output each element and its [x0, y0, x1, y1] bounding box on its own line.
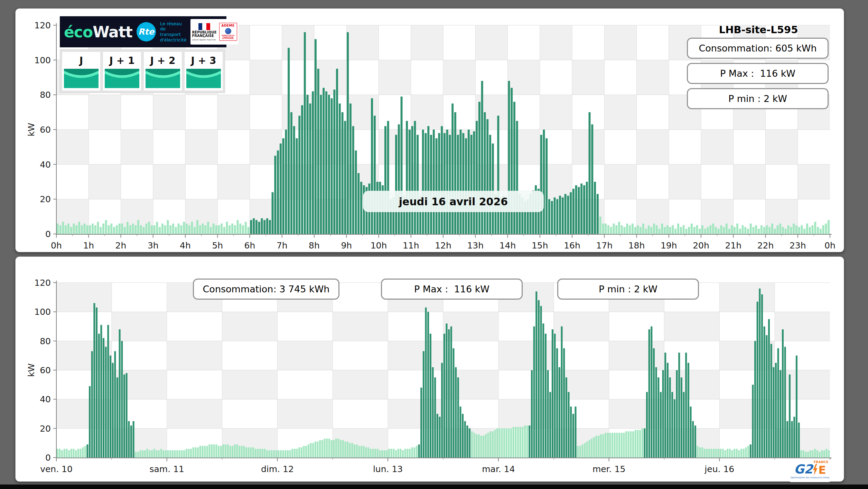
svg-text:12h: 12h: [435, 241, 451, 251]
republique-francaise-logo: RÉPUBLIQUE FRANÇAISE Liberté Égalité Fra…: [192, 23, 216, 41]
svg-text:16h: 16h: [564, 241, 580, 251]
svg-text:0: 0: [45, 229, 51, 239]
ecowatt-logo-eco: éco: [64, 23, 93, 41]
daily-pmin-badge: P min : 2 kW: [687, 88, 829, 109]
svg-text:11h: 11h: [403, 241, 419, 251]
svg-text:0: 0: [45, 453, 51, 463]
ecowatt-logo-block: écoWatt Rte Le réseau de transport d'éle…: [60, 16, 226, 47]
bottom-black-strip: [0, 485, 868, 489]
site-title: LHB-site-L595: [688, 24, 829, 36]
green-gauge-icon: [105, 68, 139, 88]
svg-text:15h: 15h: [532, 241, 548, 251]
ademe-logo: ADEME AGENCE DE LA TRANSITION ÉCOLOGIQUE: [219, 23, 237, 41]
daily-stats: Consommation: 605 kWh P Max : 116 kW P m…: [687, 38, 829, 109]
svg-text:60: 60: [40, 365, 51, 375]
svg-text:3h: 3h: [148, 241, 159, 251]
svg-text:17h: 17h: [596, 241, 613, 251]
svg-text:sam. 11: sam. 11: [149, 464, 184, 474]
svg-text:0h: 0h: [51, 241, 62, 251]
svg-text:40: 40: [40, 160, 51, 170]
svg-text:22h: 22h: [757, 241, 774, 251]
g2e-logo-g2: G2: [794, 463, 813, 476]
svg-text:23h: 23h: [790, 241, 806, 251]
ecowatt-dashboard: 0204060801001200h1h2h3h4h5h6h7h8h9h10h11…: [0, 0, 868, 489]
svg-text:80: 80: [40, 336, 51, 346]
svg-text:6h: 6h: [244, 241, 255, 251]
svg-text:mer. 15: mer. 15: [592, 464, 625, 474]
forecast-badge-j[interactable]: J: [62, 51, 101, 91]
daily-pmax-badge: P Max : 116 kW: [687, 63, 829, 84]
svg-text:13h: 13h: [467, 241, 484, 251]
svg-text:80: 80: [40, 90, 51, 100]
rte-logo-icon: Rte: [137, 22, 156, 41]
svg-text:120: 120: [34, 20, 51, 30]
g2e-tagline: Optimisation des ressources énergétiques: [791, 476, 829, 479]
ecowatt-logo-watt: Watt: [93, 23, 132, 41]
svg-text:20: 20: [40, 424, 51, 434]
svg-text:1h: 1h: [83, 241, 94, 251]
svg-text:20: 20: [40, 194, 51, 204]
svg-text:mar. 14: mar. 14: [482, 464, 515, 474]
rte-tagline: Le réseau de transport d'électricité: [160, 21, 187, 43]
french-flag-icon: [198, 23, 210, 30]
svg-text:kW: kW: [26, 363, 36, 377]
lightning-bolt-icon: [813, 464, 818, 476]
ademe-globe-icon: [225, 28, 231, 34]
svg-text:4h: 4h: [180, 241, 191, 251]
svg-text:120: 120: [34, 278, 51, 288]
ecowatt-logo: écoWatt: [64, 23, 132, 41]
svg-text:2h: 2h: [115, 241, 127, 251]
svg-text:21h: 21h: [725, 241, 741, 251]
daily-chart-panel: 0204060801001200h1h2h3h4h5h6h7h8h9h10h11…: [15, 8, 844, 252]
forecast-badge-j1[interactable]: J + 1: [103, 51, 141, 91]
svg-text:19h: 19h: [661, 241, 677, 251]
svg-text:14h: 14h: [500, 241, 516, 251]
svg-text:8h: 8h: [309, 241, 320, 251]
weekly-consumption-badge: Consommation: 3 745 kWh: [193, 279, 339, 300]
svg-text:60: 60: [40, 125, 51, 135]
weekly-pmin-badge: P min : 2 kW: [557, 279, 699, 300]
g2e-france-logo: FRANCE G2 E Optimisation des ressources …: [788, 459, 831, 482]
svg-text:20h: 20h: [693, 241, 709, 251]
svg-text:5h: 5h: [212, 241, 223, 251]
svg-text:jeu. 16: jeu. 16: [704, 464, 734, 474]
svg-text:ven. 10: ven. 10: [40, 464, 73, 474]
g2e-logo-e: E: [818, 464, 826, 476]
svg-text:18h: 18h: [628, 241, 645, 251]
svg-text:dim. 12: dim. 12: [261, 464, 294, 474]
weekly-pmax-badge: P Max : 116 kW: [381, 279, 523, 300]
forecast-badge-j2[interactable]: J + 2: [143, 51, 182, 91]
date-label: jeudi 16 avril 2026: [363, 191, 544, 212]
svg-text:9h: 9h: [341, 241, 352, 251]
svg-text:40: 40: [40, 394, 51, 404]
svg-text:100: 100: [34, 307, 51, 317]
weekly-chart-panel: 020406080100120ven. 10sam. 11dim. 12lun.…: [15, 256, 844, 482]
daily-consumption-badge: Consommation: 605 kWh: [687, 38, 829, 59]
svg-text:10h: 10h: [371, 241, 387, 251]
svg-text:lun. 13: lun. 13: [373, 464, 403, 474]
svg-text:0h: 0h: [824, 241, 836, 251]
republique-francaise-card: RÉPUBLIQUE FRANÇAISE Liberté Égalité Fra…: [190, 19, 238, 45]
forecast-badge-j3[interactable]: J + 3: [184, 51, 223, 91]
devise-text: Liberté Égalité Fraternité: [192, 39, 216, 41]
green-gauge-icon: [186, 68, 221, 88]
svg-text:100: 100: [34, 55, 51, 65]
green-gauge-icon: [64, 68, 99, 88]
green-gauge-icon: [146, 68, 180, 88]
ecowatt-forecast-badges: J J + 1 J + 2 J + 3: [60, 49, 225, 93]
svg-text:kW: kW: [26, 123, 36, 136]
svg-text:7h: 7h: [277, 241, 288, 251]
